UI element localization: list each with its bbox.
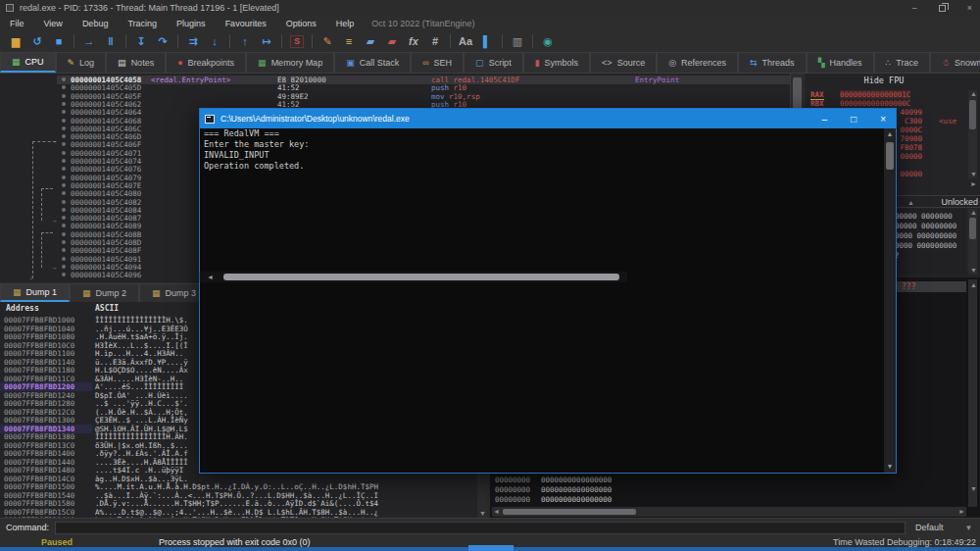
breakpoint-dot[interactable] [62, 142, 66, 146]
args-collapse-icon[interactable]: ▲ [907, 199, 914, 207]
command-input[interactable] [55, 522, 906, 534]
tab-references[interactable]: ◎References [657, 52, 738, 73]
stack-vscrollbar[interactable]: ▲ ▼ [968, 279, 977, 507]
console-vscrollbar[interactable]: ▲ ▼ [884, 128, 896, 473]
menu-tracing[interactable]: Tracing [118, 19, 167, 28]
layout-icon[interactable]: ▥ [508, 33, 527, 49]
arguments-vscrollbar[interactable]: ▲ ▼ [968, 209, 977, 275]
console-titlebar[interactable]: C:\Users\Administrator\Desktop\unknown\r… [200, 109, 896, 128]
console-minimize-icon[interactable]: – [822, 114, 828, 125]
tab-dump-1[interactable]: ▦Dump 1 [0, 283, 70, 302]
function-icon[interactable]: fx [404, 33, 423, 49]
breakpoint-dot[interactable] [62, 191, 66, 195]
breakpoint-dot[interactable] [62, 232, 66, 236]
patch-icon[interactable]: ✎ [318, 33, 337, 49]
breakpoint-dot[interactable] [62, 240, 66, 244]
restart-icon[interactable]: ↺ [27, 33, 47, 49]
register-value-rbx[interactable]: 000000000000000C [840, 99, 910, 108]
console-window[interactable]: C:\Users\Administrator\Desktop\unknown\r… [199, 108, 897, 474]
breakpoint-dot[interactable] [62, 102, 66, 106]
settings-icon[interactable]: ◉ [538, 33, 558, 49]
label-icon[interactable]: ▰ [361, 33, 380, 49]
tab-symbols[interactable]: ▮Symbols [523, 52, 590, 73]
stop-icon[interactable]: ■ [49, 33, 69, 49]
registers-hscroll-right-icon[interactable]: ► [970, 180, 977, 188]
menu-options[interactable]: Options [276, 19, 326, 28]
tab-memory-map[interactable]: ▦Memory Map [246, 52, 334, 73]
breakpoint-dot[interactable] [62, 200, 66, 204]
run-to-user-code-icon[interactable]: ⇉ [183, 33, 203, 49]
highlight-icon[interactable]: ▌ [477, 33, 497, 49]
command-label: Command: [0, 523, 55, 532]
console-close-icon[interactable]: × [880, 114, 886, 125]
console-output[interactable]: === RedalVM ===Enter the master key:INVA… [200, 128, 896, 473]
skip-icon[interactable]: ↦ [257, 33, 276, 49]
tab-seh[interactable]: ∞SEH [411, 52, 464, 73]
step-into-icon[interactable]: ↧ [131, 33, 151, 49]
breakpoint-dot[interactable] [62, 167, 66, 171]
breakpoint-dot[interactable] [62, 265, 66, 269]
minimize-icon[interactable]: – [912, 3, 917, 13]
bookmark-icon[interactable]: ▰ [382, 33, 402, 49]
comment-icon[interactable]: ≡ [339, 33, 359, 49]
run-icon[interactable]: → [79, 33, 99, 49]
tab-trace[interactable]: ∴Trace [874, 52, 930, 73]
breakpoint-dot[interactable] [62, 94, 66, 98]
step-over-icon[interactable]: ↷ [153, 33, 172, 49]
breakpoint-dot[interactable] [62, 77, 66, 81]
step-out-icon[interactable]: ↓ [205, 33, 224, 49]
hide-fpu-button[interactable]: Hide FPU [864, 75, 905, 85]
restore-icon[interactable] [939, 5, 946, 12]
breakpoint-dot[interactable] [62, 183, 66, 187]
command-profile-select[interactable]: Default [915, 523, 944, 532]
breakpoint-dot[interactable] [62, 159, 66, 163]
close-icon[interactable]: × [967, 3, 972, 13]
breakpoint-dot[interactable] [62, 85, 66, 89]
menu-view[interactable]: View [34, 19, 73, 28]
breakpoint-dot[interactable] [62, 216, 66, 220]
registers-vscrollbar[interactable]: ▲ ▼ [968, 90, 977, 178]
console-maximize-icon[interactable]: □ [851, 114, 857, 125]
menu-favourites[interactable]: Favourites [216, 19, 276, 28]
tab-handles[interactable]: ▚Handles [807, 52, 874, 73]
seh-chain-icon[interactable]: S [290, 35, 304, 48]
x64dbg-window: { "window": { "title": "redal.exe - PID:… [0, 0, 980, 551]
tab-threads[interactable]: ⇆Threads [738, 52, 807, 73]
hash-icon[interactable]: # [425, 33, 445, 49]
menu-plugins[interactable]: Plugins [167, 19, 216, 28]
tab-breakpoints[interactable]: ●Breakpoints [166, 52, 246, 73]
chevron-down-icon[interactable]: ▼ [965, 524, 973, 532]
breakpoint-dot[interactable] [62, 110, 66, 114]
menu-file[interactable]: File [0, 19, 34, 28]
open-file-icon[interactable]: ▆ [6, 33, 25, 49]
tab-source[interactable]: <>Source [590, 52, 657, 73]
breakpoint-dot[interactable] [62, 273, 66, 276]
breakpoint-dot[interactable] [62, 134, 66, 138]
breakpoint-dot[interactable] [62, 257, 66, 261]
breakpoint-dot[interactable] [62, 208, 66, 212]
tab-notes[interactable]: ▤Notes [106, 52, 166, 73]
breakpoint-dot[interactable] [62, 119, 66, 123]
console-window-controls: – □ × [822, 109, 886, 128]
breakpoint-dot[interactable] [62, 224, 66, 227]
breakpoint-dot[interactable] [62, 126, 66, 130]
execute-till-return-icon[interactable]: ↑ [235, 33, 255, 49]
breakpoint-dot[interactable] [62, 248, 66, 252]
pause-icon[interactable]: ‖ [101, 33, 121, 49]
tab-snowman[interactable]: ☃Snowman [930, 52, 980, 73]
menu-debug[interactable]: Debug [73, 19, 119, 28]
tab-dump-2[interactable]: ▦Dump 2 [70, 283, 139, 302]
disassembly-hscrollbar[interactable]: ◄ [199, 272, 627, 282]
tab-cpu[interactable]: ▦CPU [0, 52, 56, 73]
calling-convention-lock-label[interactable]: Unlocked [941, 197, 978, 207]
register-value-rax[interactable]: 000000000000001C [840, 90, 910, 99]
menu-help[interactable]: Help [326, 19, 365, 28]
tab-log[interactable]: ✎Log [56, 52, 107, 73]
breakpoint-dot[interactable] [62, 175, 66, 179]
font-icon[interactable]: Aa [456, 33, 475, 49]
jump-line [32, 141, 33, 278]
tab-call-stack[interactable]: ▣Call Stack [334, 52, 411, 73]
breakpoint-dot[interactable] [62, 151, 66, 155]
tab-script[interactable]: ▢Script [464, 52, 523, 73]
stack-hscrollbar[interactable]: ◄ ► [492, 507, 966, 517]
